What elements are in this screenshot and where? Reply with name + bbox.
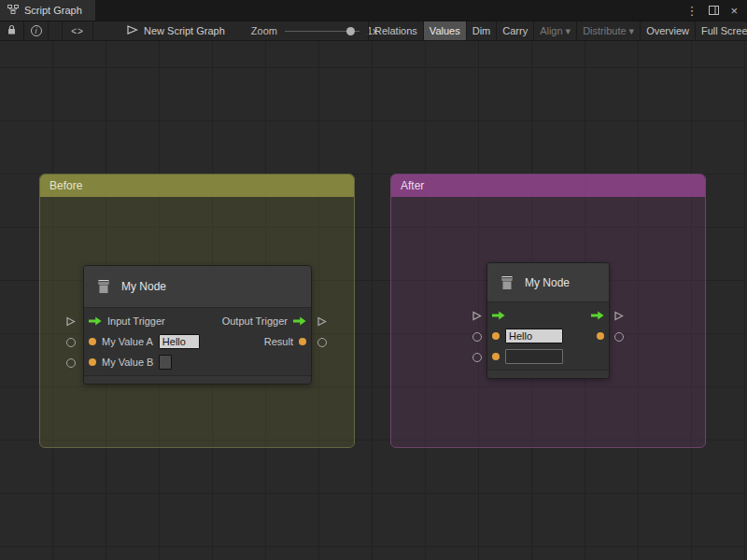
close-icon[interactable]: ×	[730, 5, 738, 17]
group-before-header[interactable]: Before	[40, 175, 354, 197]
result-port-icon[interactable]	[299, 338, 306, 345]
chevron-down-icon: ▾	[566, 25, 571, 37]
external-value-port[interactable]	[66, 358, 76, 368]
output-trigger-label: Output Trigger	[222, 315, 288, 327]
graph-breadcrumb[interactable]: New Script Graph	[127, 25, 225, 36]
value-b-field[interactable]	[505, 349, 563, 364]
port-row-value-a	[487, 326, 609, 346]
dim-button[interactable]: Dim	[466, 21, 497, 40]
lock-button[interactable]	[0, 21, 24, 41]
full-screen-button[interactable]: Full Screen	[695, 21, 747, 40]
value-a-field[interactable]	[505, 329, 563, 343]
zoom-slider-knob[interactable]	[346, 27, 355, 35]
group-after-header[interactable]: After	[391, 175, 705, 197]
lock-icon	[7, 24, 17, 37]
chevron-down-icon: ▾	[629, 25, 635, 37]
node-footer	[84, 375, 311, 384]
external-value-port[interactable]	[614, 332, 624, 342]
window-controls: ⋮ ×	[685, 0, 747, 21]
values-button[interactable]: Values	[423, 21, 466, 40]
group-before: Before My No	[39, 174, 355, 448]
port-row-value-a: My Value A Result	[84, 331, 311, 352]
value-b-label: My Value B	[102, 357, 153, 368]
tab-title: Script Graph	[24, 5, 82, 16]
node-body: Input Trigger Output Trigger My Value A …	[84, 308, 311, 375]
node-title: My Node	[525, 276, 570, 289]
graph-cursor-icon	[127, 25, 138, 36]
graph-toolbar: i <> New Script Graph Zoom 1x Relations …	[0, 21, 747, 41]
external-value-port[interactable]	[472, 332, 482, 342]
port-row-trigger: Input Trigger Output Trigger	[84, 311, 311, 331]
node-body	[487, 302, 609, 370]
zoom-label: Zoom	[251, 25, 277, 36]
group-after-title: After	[401, 179, 424, 192]
node-my-node-after[interactable]: My Node	[486, 262, 610, 379]
toolbar-buttons: Relations Values Dim Carry Align▾ Distri…	[368, 21, 747, 40]
external-trigger-port[interactable]	[65, 316, 76, 327]
node-footer	[487, 370, 609, 378]
node-title: My Node	[121, 280, 166, 293]
carry-button[interactable]: Carry	[496, 21, 533, 40]
port-row-value-b: My Value B	[84, 352, 311, 372]
output-trigger-port-icon[interactable]	[591, 311, 604, 320]
output-trigger-port-icon[interactable]	[293, 316, 306, 326]
value-a-field[interactable]	[159, 334, 200, 349]
external-trigger-port[interactable]	[613, 311, 624, 321]
port-row-value-b	[487, 346, 609, 367]
value-a-port-icon[interactable]	[89, 338, 96, 345]
align-button: Align▾	[533, 21, 576, 40]
group-after: After My Nod	[390, 174, 706, 448]
value-a-port-icon[interactable]	[492, 332, 500, 340]
value-b-field[interactable]	[159, 355, 172, 370]
result-port-icon[interactable]	[597, 332, 604, 340]
value-a-label: My Value A	[102, 336, 153, 347]
code-view-button[interactable]: <>	[62, 21, 93, 41]
dock-icon[interactable]	[709, 5, 719, 17]
node-icon	[93, 276, 114, 297]
input-trigger-port-icon[interactable]	[89, 316, 102, 326]
tab-script-graph[interactable]: Script Graph	[0, 0, 95, 21]
input-trigger-label: Input Trigger	[107, 315, 165, 327]
info-icon: i	[31, 25, 42, 36]
value-b-port-icon[interactable]	[492, 353, 500, 360]
graph-icon	[7, 4, 19, 17]
node-header[interactable]: My Node	[84, 266, 311, 308]
graph-canvas[interactable]: Before My No	[0, 41, 747, 560]
relations-button[interactable]: Relations	[368, 21, 423, 40]
external-trigger-port[interactable]	[472, 311, 482, 321]
kebab-menu-icon[interactable]: ⋮	[685, 5, 698, 17]
tab-bar: Script Graph ⋮ ×	[0, 0, 747, 21]
value-b-port-icon[interactable]	[89, 358, 96, 366]
group-before-title: Before	[49, 179, 82, 192]
node-icon	[497, 273, 517, 293]
distribute-button: Distribute▾	[576, 21, 640, 40]
info-button[interactable]: i	[24, 21, 49, 41]
external-value-port[interactable]	[66, 338, 76, 347]
node-my-node-before[interactable]: My Node Input Trigger Output Trigger	[83, 265, 312, 385]
result-label: Result	[264, 336, 293, 347]
zoom-control: Zoom 1x	[251, 25, 378, 36]
zoom-slider[interactable]	[285, 26, 359, 35]
input-trigger-port-icon[interactable]	[492, 311, 505, 320]
external-trigger-port[interactable]	[317, 316, 327, 327]
overview-button[interactable]: Overview	[640, 21, 695, 40]
external-value-port[interactable]	[472, 353, 482, 362]
code-icon: <>	[71, 26, 84, 36]
external-value-port[interactable]	[317, 338, 327, 347]
graph-name-label: New Script Graph	[144, 25, 225, 36]
port-row-trigger	[487, 305, 609, 326]
node-header[interactable]: My Node	[487, 263, 609, 302]
